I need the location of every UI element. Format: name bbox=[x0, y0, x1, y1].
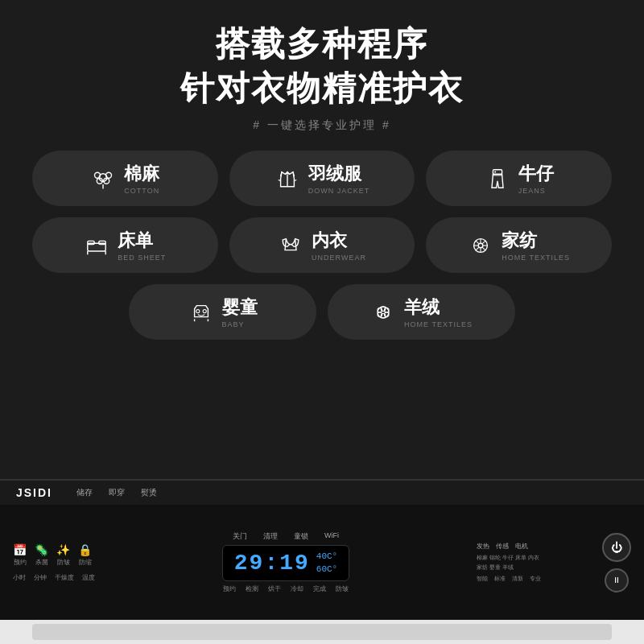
center-labels: 关门 清理 童锁 WiFi bbox=[233, 531, 339, 542]
play-pause-button[interactable]: ⏸ bbox=[605, 568, 629, 592]
time-temp: 温度 bbox=[82, 573, 95, 582]
svg-line-24 bbox=[476, 247, 479, 250]
right-motor: 电机 bbox=[515, 542, 528, 551]
svg-point-16 bbox=[478, 243, 483, 248]
schedule-icon: 📅 bbox=[13, 543, 27, 556]
panel-right-row2: 棉麻 锦纶 牛仔 床单 内衣 家纺 婴童 羊绒 bbox=[477, 554, 589, 572]
jeans-text: 牛仔 JEANS bbox=[518, 162, 554, 195]
underwear-icon bbox=[278, 234, 303, 257]
time-dry: 干燥度 bbox=[55, 573, 74, 582]
panel-right-row1: 发热 传感 电机 bbox=[477, 542, 589, 551]
digital-time: 29:19 bbox=[234, 551, 310, 576]
icon-schedule: 📅 预约 bbox=[13, 543, 27, 567]
down-jacket-text: 羽绒服 DOWN JACKET bbox=[308, 162, 370, 195]
right-sensor: 传感 bbox=[496, 542, 509, 551]
panel-left-row1: 📅 预约 🦠 杀菌 ✨ 防皱 🔒 防缩 bbox=[13, 543, 95, 567]
svg-line-22 bbox=[482, 247, 485, 250]
svg-point-25 bbox=[196, 309, 199, 312]
time-min: 分钟 bbox=[34, 573, 47, 582]
svg-line-23 bbox=[482, 241, 485, 244]
svg-point-9 bbox=[494, 171, 496, 172]
program-baby[interactable]: 婴童 BABY bbox=[129, 284, 316, 340]
underwear-text: 内衣 UNDERWEAR bbox=[312, 229, 366, 262]
program-cotton[interactable]: 棉麻 COTTON bbox=[32, 151, 218, 206]
svg-point-26 bbox=[203, 309, 206, 312]
shrink-icon: 🔒 bbox=[78, 543, 92, 556]
subtitle: # 一键选择专业护理 # bbox=[253, 118, 390, 133]
program-underwear[interactable]: 内衣 UNDERWEAR bbox=[229, 217, 415, 273]
panel-left: 📅 预约 🦠 杀菌 ✨ 防皱 🔒 防缩 bbox=[13, 543, 95, 582]
right-heat: 发热 bbox=[477, 542, 489, 551]
panel-center: 关门 清理 童锁 WiFi 29:19 40C° 60C° 预约 检测 烘干 bbox=[101, 531, 470, 593]
baby-icon bbox=[188, 301, 214, 324]
cotton-text: 棉麻 COTTON bbox=[124, 162, 159, 195]
panel-top-labels: 储存 即穿 熨烫 bbox=[76, 487, 157, 498]
digital-display: 29:19 40C° 60C° bbox=[222, 545, 349, 581]
wrinkle-icon: ✨ bbox=[56, 543, 70, 556]
svg-rect-7 bbox=[493, 169, 502, 174]
bed-sheet-icon bbox=[84, 234, 109, 257]
panel-top-bar: JSIDI 储存 即穿 熨烫 bbox=[0, 481, 644, 505]
down-jacket-icon bbox=[275, 167, 300, 190]
top-section: 搭载多种程序 针对衣物精准护衣 # 一键选择专业护理 # bbox=[0, 0, 644, 479]
panel-left-row2: 小时 分钟 干燥度 温度 bbox=[13, 573, 95, 582]
programs-grid: 棉麻 COTTON bbox=[32, 151, 612, 273]
sterilize-icon: 🦠 bbox=[35, 543, 48, 556]
power-button[interactable]: ⏻ bbox=[602, 533, 631, 562]
svg-line-21 bbox=[476, 241, 479, 244]
icon-shrink: 🔒 防缩 bbox=[78, 543, 92, 567]
brand-logo: JSIDI bbox=[16, 486, 52, 499]
label-store: 储存 bbox=[76, 487, 93, 498]
cashmere-text: 羊绒 HOME TEXTILES bbox=[404, 295, 473, 328]
bed-sheet-text: 床单 BED SHEET bbox=[118, 229, 166, 262]
cotton-icon bbox=[90, 167, 116, 190]
home-textiles-text: 家纺 HOME TEXTILES bbox=[502, 229, 570, 262]
machine-body-inner bbox=[32, 624, 612, 640]
cashmere-icon bbox=[370, 301, 396, 324]
panel-right: 发热 传感 电机 棉麻 锦纶 牛仔 床单 内衣 bbox=[477, 542, 589, 583]
icon-sterilize: 🦠 杀菌 bbox=[35, 543, 48, 567]
right-items: 棉麻 锦纶 牛仔 床单 内衣 家纺 婴童 羊绒 bbox=[477, 554, 541, 572]
machine-body bbox=[0, 620, 644, 644]
panel-right-row3: 智能 标准 清新 专业 bbox=[477, 575, 589, 583]
label-ready: 即穿 bbox=[109, 487, 125, 498]
program-bed-sheet[interactable]: 床单 BED SHEET bbox=[32, 217, 218, 273]
icon-wrinkle: ✨ 防皱 bbox=[56, 543, 70, 567]
label-iron: 熨烫 bbox=[141, 487, 157, 498]
title-line1: 搭载多种程序 针对衣物精准护衣 bbox=[180, 23, 464, 110]
control-buttons: ⏻ ⏸ bbox=[602, 533, 631, 592]
time-hour: 小时 bbox=[13, 573, 26, 582]
jeans-icon bbox=[485, 167, 510, 190]
home-textiles-icon bbox=[468, 234, 493, 257]
programs-row-bottom: 婴童 BABY 羊 bbox=[32, 284, 612, 340]
program-cashmere[interactable]: 羊绒 HOME TEXTILES bbox=[328, 284, 515, 340]
control-panel: JSIDI 储存 即穿 熨烫 📅 预约 🦠 杀菌 bbox=[0, 479, 644, 620]
main-container: 搭载多种程序 针对衣物精准护衣 # 一键选择专业护理 # bbox=[0, 0, 644, 644]
baby-text: 婴童 BABY bbox=[222, 295, 258, 328]
program-down-jacket[interactable]: 羽绒服 DOWN JACKET bbox=[229, 151, 415, 206]
program-home-textiles[interactable]: 家纺 HOME TEXTILES bbox=[426, 217, 612, 273]
digital-temp: 40C° 60C° bbox=[316, 551, 337, 576]
center-bottom-labels: 预约 检测 烘干 冷却 完成 防皱 bbox=[223, 584, 349, 593]
program-jeans[interactable]: 牛仔 JEANS bbox=[426, 151, 612, 206]
panel-main: 📅 预约 🦠 杀菌 ✨ 防皱 🔒 防缩 bbox=[0, 505, 644, 620]
